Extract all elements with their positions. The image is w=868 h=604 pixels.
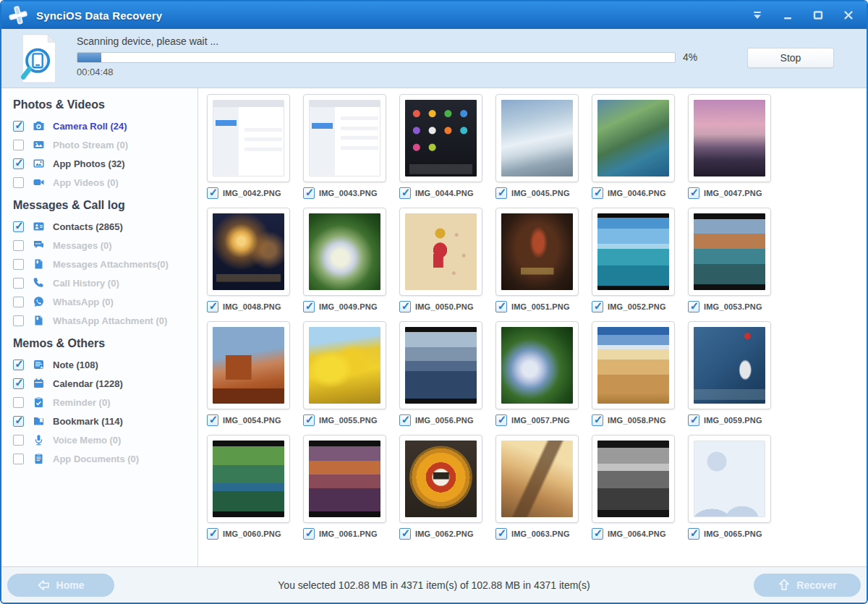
photo-thumbnail[interactable] [495, 321, 579, 409]
checkbox[interactable] [13, 240, 24, 251]
photo-thumbnail[interactable] [207, 208, 290, 296]
sidebar-item-call-history[interactable]: Call History (0) [13, 273, 197, 292]
photo-checkbox[interactable] [592, 301, 603, 312]
photo-image-bw-beach [597, 441, 669, 517]
checkbox[interactable] [13, 435, 24, 446]
sidebar-item-voice-memo[interactable]: Voice Memo (0) [13, 430, 197, 449]
photo-filename: IMG_0042.PNG [223, 189, 281, 197]
stop-button[interactable]: Stop [747, 48, 834, 68]
checkbox[interactable] [13, 140, 24, 150]
photo-checkbox[interactable] [688, 528, 699, 540]
checkbox[interactable] [13, 416, 24, 427]
photo-checkbox[interactable] [303, 187, 315, 199]
sidebar-item-app-videos[interactable]: App Videos (0) [13, 173, 197, 192]
sidebar-item-bookmark[interactable]: Bookmark (114) [13, 412, 197, 430]
photo-filename: IMG_0043.PNG [319, 189, 378, 197]
photo-thumbnail[interactable] [495, 435, 579, 523]
photo-checkbox[interactable] [303, 414, 315, 426]
checkbox[interactable] [13, 360, 24, 370]
photo-cell: IMG_0046.PNG [592, 94, 675, 199]
photo-thumbnail[interactable] [207, 321, 290, 409]
photo-checkbox[interactable] [495, 414, 507, 426]
sidebar-item-note[interactable]: Note (108) [13, 355, 197, 374]
photo-checkbox[interactable] [399, 187, 411, 199]
photo-thumbnail[interactable] [207, 435, 290, 523]
photo-checkbox[interactable] [688, 414, 699, 426]
photo-checkbox[interactable] [399, 414, 411, 426]
progress-bar [77, 52, 676, 63]
photo-checkbox[interactable] [592, 414, 603, 426]
photo-thumbnail[interactable] [303, 435, 386, 523]
photo-checkbox[interactable] [688, 301, 699, 312]
photo-thumbnail[interactable] [207, 94, 290, 182]
photo-checkbox[interactable] [399, 301, 411, 312]
checkbox[interactable] [13, 315, 24, 326]
photo-filename: IMG_0055.PNG [319, 416, 378, 425]
sidebar-item-messages[interactable]: Messages (0) [13, 236, 197, 255]
photo-thumbnail[interactable] [592, 94, 675, 182]
photo-checkbox[interactable] [207, 528, 218, 540]
sidebar-item-whatsapp[interactable]: WhatsApp (0) [13, 292, 197, 311]
maximize-button[interactable] [812, 9, 825, 22]
photo-thumbnail[interactable] [399, 321, 482, 409]
sidebar-item-label: Call History (0) [53, 278, 119, 289]
sidebar-item-whatsapp-attachment[interactable]: WhatsApp Attachment (0) [13, 311, 197, 330]
photo-thumbnail[interactable] [688, 435, 771, 523]
sidebar-item-messages-attachments[interactable]: Messages Attachments(0) [13, 255, 197, 273]
photo-checkbox[interactable] [495, 301, 507, 312]
checkbox[interactable] [13, 297, 24, 307]
photo-thumbnail[interactable] [399, 94, 482, 182]
checkbox[interactable] [13, 454, 24, 464]
photo-thumbnail[interactable] [592, 435, 675, 523]
photo-thumbnail[interactable] [399, 208, 482, 296]
photo-checkbox[interactable] [303, 528, 315, 540]
checkbox[interactable] [13, 259, 24, 270]
photo-thumbnail[interactable] [495, 208, 579, 296]
sidebar-item-calendar[interactable]: Calendar (1228) [13, 374, 197, 393]
photo-thumbnail[interactable] [592, 208, 675, 296]
photo-thumbnail[interactable] [688, 208, 771, 296]
photo-thumbnail[interactable] [399, 435, 482, 523]
checkbox[interactable] [13, 378, 24, 389]
sidebar-item-photo-stream[interactable]: Photo Stream (0) [13, 135, 197, 154]
photo-thumbnail[interactable] [688, 94, 771, 182]
sidebar-item-app-documents[interactable]: App Documents (0) [13, 449, 197, 468]
photo-thumbnail[interactable] [592, 321, 675, 409]
photo-checkbox[interactable] [303, 301, 315, 312]
home-button[interactable]: Home [7, 574, 114, 597]
checkbox[interactable] [13, 121, 24, 132]
checkbox[interactable] [13, 158, 24, 169]
photo-checkbox[interactable] [207, 301, 218, 312]
photo-cell: IMG_0050.PNG [399, 208, 482, 312]
photo-caption: IMG_0063.PNG [495, 528, 579, 540]
checkbox[interactable] [13, 278, 24, 289]
photo-checkbox[interactable] [592, 528, 603, 540]
photo-checkbox[interactable] [399, 528, 411, 540]
recover-button[interactable]: Recover [754, 574, 861, 597]
app-window: SynciOS Data Recovery [0, 0, 868, 604]
photo-filename: IMG_0059.PNG [704, 416, 762, 425]
photo-thumbnail[interactable] [495, 94, 579, 182]
photo-checkbox[interactable] [495, 187, 507, 199]
sidebar-item-contacts[interactable]: Contacts (2865) [13, 217, 197, 236]
photo-cell: IMG_0043.PNG [303, 94, 386, 199]
minimize-button[interactable] [781, 9, 794, 22]
checkbox[interactable] [13, 397, 24, 408]
photo-thumbnail[interactable] [303, 321, 386, 409]
sidebar-item-reminder[interactable]: Reminder (0) [13, 393, 197, 412]
sidebar-item-camera-roll[interactable]: Camera Roll (24) [13, 116, 197, 135]
menu-icon[interactable] [751, 9, 764, 22]
close-button[interactable] [842, 9, 855, 22]
checkbox[interactable] [13, 177, 24, 188]
photo-thumbnail[interactable] [688, 321, 771, 409]
photo-caption: IMG_0046.PNG [592, 187, 675, 199]
sidebar-item-app-photos[interactable]: App Photos (32) [13, 154, 197, 173]
photo-checkbox[interactable] [688, 187, 699, 199]
photo-thumbnail[interactable] [303, 94, 386, 182]
checkbox[interactable] [13, 221, 24, 232]
photo-thumbnail[interactable] [303, 208, 386, 296]
photo-checkbox[interactable] [592, 187, 603, 199]
photo-checkbox[interactable] [207, 187, 218, 199]
photo-checkbox[interactable] [207, 414, 218, 426]
photo-checkbox[interactable] [495, 528, 507, 540]
